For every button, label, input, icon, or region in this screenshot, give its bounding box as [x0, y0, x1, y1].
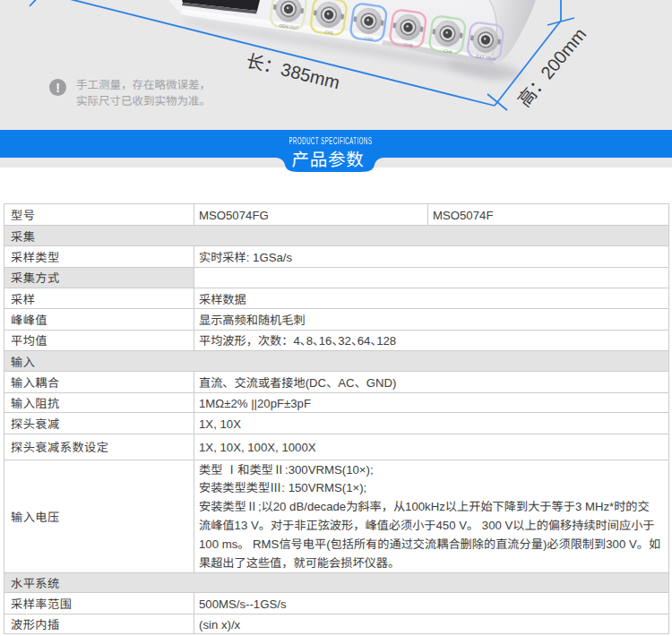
svg-text:手工测量，存在略微误差，: 手工测量，存在略微误差， [76, 75, 211, 92]
svg-text:!: ! [56, 81, 60, 95]
svg-text:实际尺寸已收到实物为准。: 实际尺寸已收到实物为准。 [76, 91, 211, 108]
